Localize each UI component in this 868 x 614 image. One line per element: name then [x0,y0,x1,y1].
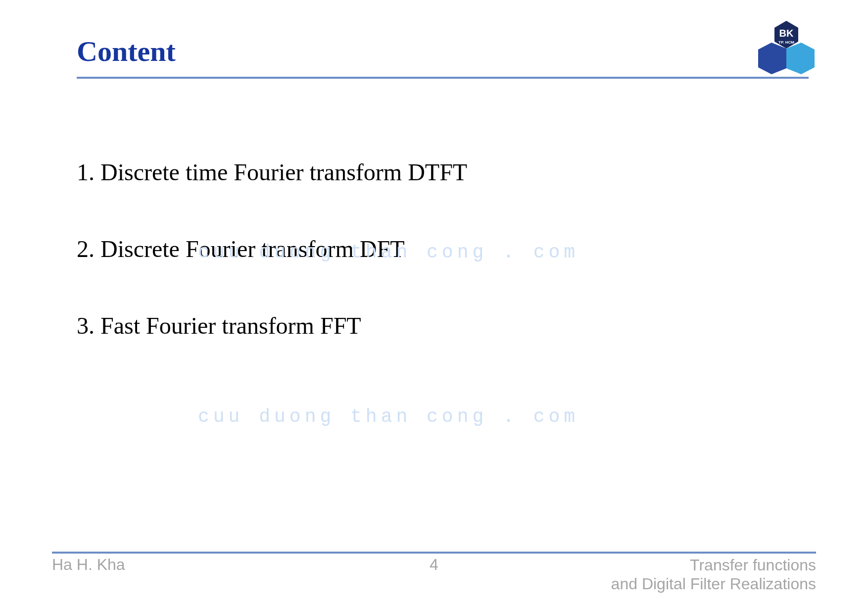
slide: BK TP. HCM Content 1. Discrete time Four… [0,0,868,614]
list-item: 3. Fast Fourier transform FFT [77,312,720,339]
list-item: 2. Discrete Fourier transform DFT [77,235,720,262]
title-divider [77,77,809,79]
footer-topic-line2: and Digital Filter Realizations [611,574,816,593]
list-item: 1. Discrete time Fourier transform DTFT [77,158,720,186]
watermark-text: cuu duong than cong . com [198,406,579,427]
footer-divider [52,552,816,554]
header: Content [77,35,809,79]
footer-topic: Transfer functions and Digital Filter Re… [611,556,816,594]
footer: Ha H. Kha 4 Transfer functions and Digit… [52,556,816,595]
content-list: 1. Discrete time Fourier transform DTFT … [77,158,720,389]
slide-title: Content [77,35,809,68]
footer-topic-line1: Transfer functions [611,556,816,574]
